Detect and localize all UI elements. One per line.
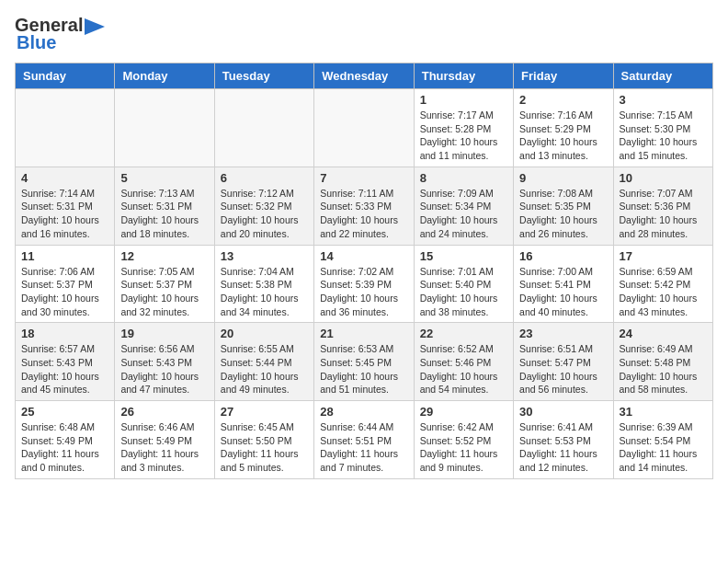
calendar-cell: 13Sunrise: 7:04 AMSunset: 5:38 PMDayligh… (214, 245, 313, 323)
day-number: 21 (320, 327, 407, 340)
week-row-3: 11Sunrise: 7:06 AMSunset: 5:37 PMDayligh… (16, 245, 713, 323)
calendar-cell (115, 89, 214, 167)
day-number: 30 (519, 405, 607, 419)
weekday-header-thursday: Thursday (414, 63, 513, 89)
logo-blue: Blue (15, 32, 56, 53)
day-info: Sunrise: 7:17 AMSunset: 5:28 PMDaylight:… (420, 109, 507, 163)
day-info: Sunrise: 7:06 AMSunset: 5:37 PMDaylight:… (21, 265, 108, 319)
day-info: Sunrise: 7:15 AMSunset: 5:30 PMDaylight:… (620, 109, 707, 163)
weekday-header-friday: Friday (514, 63, 613, 89)
calendar-cell: 16Sunrise: 7:00 AMSunset: 5:41 PMDayligh… (514, 245, 613, 323)
day-info: Sunrise: 6:53 AMSunset: 5:45 PMDaylight:… (320, 342, 407, 396)
calendar-cell: 19Sunrise: 6:56 AMSunset: 5:43 PMDayligh… (115, 323, 214, 401)
day-number: 29 (420, 405, 507, 419)
calendar-cell: 29Sunrise: 6:42 AMSunset: 5:52 PMDayligh… (414, 401, 513, 479)
calendar-cell: 11Sunrise: 7:06 AMSunset: 5:37 PMDayligh… (16, 245, 115, 323)
day-info: Sunrise: 6:51 AMSunset: 5:47 PMDaylight:… (519, 342, 607, 396)
day-number: 8 (420, 171, 507, 185)
day-number: 31 (620, 405, 707, 419)
day-info: Sunrise: 7:11 AMSunset: 5:33 PMDaylight:… (320, 187, 407, 241)
day-number: 24 (620, 327, 707, 340)
weekday-header-saturday: Saturday (613, 63, 712, 89)
day-info: Sunrise: 7:07 AMSunset: 5:36 PMDaylight:… (620, 187, 707, 241)
calendar-cell: 17Sunrise: 6:59 AMSunset: 5:42 PMDayligh… (613, 245, 712, 323)
week-row-1: 1Sunrise: 7:17 AMSunset: 5:28 PMDaylight… (16, 89, 713, 167)
day-info: Sunrise: 7:09 AMSunset: 5:34 PMDaylight:… (420, 187, 507, 241)
logo: General Blue (15, 15, 105, 53)
calendar-cell: 3Sunrise: 7:15 AMSunset: 5:30 PMDaylight… (613, 89, 712, 167)
day-info: Sunrise: 6:45 AMSunset: 5:50 PMDaylight:… (221, 420, 308, 475)
day-info: Sunrise: 6:55 AMSunset: 5:44 PMDaylight:… (221, 342, 308, 396)
calendar-cell: 27Sunrise: 6:45 AMSunset: 5:50 PMDayligh… (214, 401, 313, 479)
day-number: 7 (320, 171, 407, 185)
day-number: 23 (519, 327, 607, 340)
calendar-cell: 7Sunrise: 7:11 AMSunset: 5:33 PMDaylight… (314, 167, 414, 245)
day-info: Sunrise: 7:02 AMSunset: 5:39 PMDaylight:… (320, 265, 407, 319)
calendar-cell: 14Sunrise: 7:02 AMSunset: 5:39 PMDayligh… (314, 245, 414, 323)
day-number: 15 (420, 249, 507, 263)
day-number: 11 (21, 249, 108, 263)
day-info: Sunrise: 7:13 AMSunset: 5:31 PMDaylight:… (120, 187, 208, 241)
day-info: Sunrise: 6:49 AMSunset: 5:48 PMDaylight:… (620, 342, 707, 396)
calendar-cell: 4Sunrise: 7:14 AMSunset: 5:31 PMDaylight… (16, 167, 115, 245)
svg-marker-0 (85, 18, 105, 35)
day-number: 27 (221, 405, 308, 419)
day-number: 9 (519, 171, 607, 185)
day-info: Sunrise: 7:01 AMSunset: 5:40 PMDaylight:… (420, 265, 507, 319)
weekday-header-row: SundayMondayTuesdayWednesdayThursdayFrid… (16, 63, 713, 89)
header: General Blue (15, 15, 713, 53)
day-number: 2 (519, 93, 607, 107)
calendar-cell: 15Sunrise: 7:01 AMSunset: 5:40 PMDayligh… (414, 245, 513, 323)
day-info: Sunrise: 6:46 AMSunset: 5:49 PMDaylight:… (120, 420, 208, 475)
day-info: Sunrise: 6:59 AMSunset: 5:42 PMDaylight:… (620, 265, 707, 319)
day-info: Sunrise: 6:44 AMSunset: 5:51 PMDaylight:… (320, 420, 407, 475)
day-info: Sunrise: 6:57 AMSunset: 5:43 PMDaylight:… (21, 342, 108, 396)
day-number: 14 (320, 249, 407, 263)
calendar-cell (16, 89, 115, 167)
day-info: Sunrise: 6:42 AMSunset: 5:52 PMDaylight:… (420, 420, 507, 475)
day-number: 10 (620, 171, 707, 185)
day-info: Sunrise: 6:52 AMSunset: 5:46 PMDaylight:… (420, 342, 507, 396)
day-number: 19 (120, 327, 208, 340)
calendar-cell: 9Sunrise: 7:08 AMSunset: 5:35 PMDaylight… (514, 167, 613, 245)
day-info: Sunrise: 7:14 AMSunset: 5:31 PMDaylight:… (21, 187, 108, 241)
calendar-cell: 28Sunrise: 6:44 AMSunset: 5:51 PMDayligh… (314, 401, 414, 479)
calendar-cell: 26Sunrise: 6:46 AMSunset: 5:49 PMDayligh… (115, 401, 214, 479)
logo-arrow-icon (85, 18, 105, 35)
calendar-cell: 21Sunrise: 6:53 AMSunset: 5:45 PMDayligh… (314, 323, 414, 401)
day-number: 12 (120, 249, 208, 263)
calendar-cell: 31Sunrise: 6:39 AMSunset: 5:54 PMDayligh… (613, 401, 712, 479)
day-number: 5 (120, 171, 208, 185)
day-number: 6 (221, 171, 308, 185)
day-info: Sunrise: 7:12 AMSunset: 5:32 PMDaylight:… (221, 187, 308, 241)
week-row-2: 4Sunrise: 7:14 AMSunset: 5:31 PMDaylight… (16, 167, 713, 245)
day-number: 26 (120, 405, 208, 419)
calendar-cell: 23Sunrise: 6:51 AMSunset: 5:47 PMDayligh… (514, 323, 613, 401)
weekday-header-sunday: Sunday (16, 63, 115, 89)
day-number: 25 (21, 405, 108, 419)
calendar-cell: 18Sunrise: 6:57 AMSunset: 5:43 PMDayligh… (16, 323, 115, 401)
weekday-header-tuesday: Tuesday (214, 63, 313, 89)
day-info: Sunrise: 7:00 AMSunset: 5:41 PMDaylight:… (519, 265, 607, 319)
week-row-4: 18Sunrise: 6:57 AMSunset: 5:43 PMDayligh… (16, 323, 713, 401)
day-number: 4 (21, 171, 108, 185)
day-number: 16 (519, 249, 607, 263)
day-number: 18 (21, 327, 108, 340)
day-info: Sunrise: 7:05 AMSunset: 5:37 PMDaylight:… (120, 265, 208, 319)
calendar-cell: 24Sunrise: 6:49 AMSunset: 5:48 PMDayligh… (613, 323, 712, 401)
day-info: Sunrise: 7:16 AMSunset: 5:29 PMDaylight:… (519, 109, 607, 163)
calendar-cell (214, 89, 313, 167)
day-number: 17 (620, 249, 707, 263)
day-number: 20 (221, 327, 308, 340)
day-number: 3 (620, 93, 707, 107)
day-info: Sunrise: 7:08 AMSunset: 5:35 PMDaylight:… (519, 187, 607, 241)
day-info: Sunrise: 6:56 AMSunset: 5:43 PMDaylight:… (120, 342, 208, 396)
calendar-cell: 2Sunrise: 7:16 AMSunset: 5:29 PMDaylight… (514, 89, 613, 167)
calendar-cell (314, 89, 414, 167)
calendar-cell: 1Sunrise: 7:17 AMSunset: 5:28 PMDaylight… (414, 89, 513, 167)
calendar-cell: 25Sunrise: 6:48 AMSunset: 5:49 PMDayligh… (16, 401, 115, 479)
calendar-cell: 5Sunrise: 7:13 AMSunset: 5:31 PMDaylight… (115, 167, 214, 245)
calendar-cell: 12Sunrise: 7:05 AMSunset: 5:37 PMDayligh… (115, 245, 214, 323)
day-info: Sunrise: 7:04 AMSunset: 5:38 PMDaylight:… (221, 265, 308, 319)
day-number: 13 (221, 249, 308, 263)
